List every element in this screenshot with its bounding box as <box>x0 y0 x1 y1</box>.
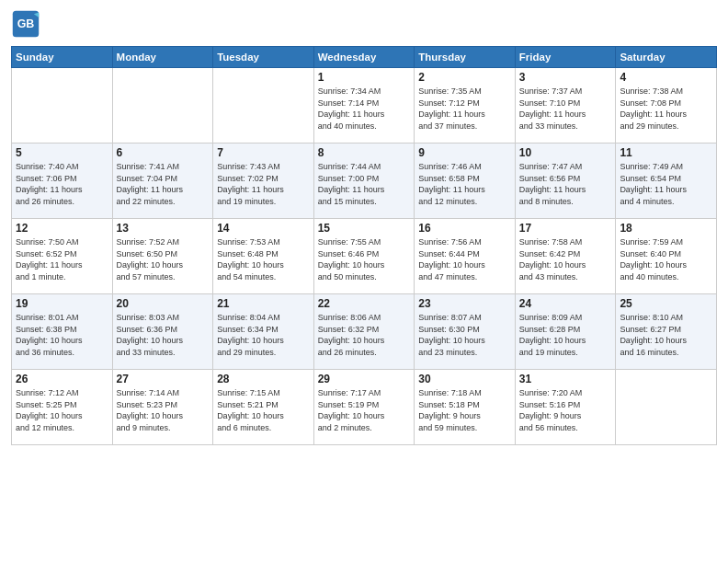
day-info: Sunrise: 7:47 AM Sunset: 6:56 PM Dayligh… <box>519 161 612 207</box>
day-number: 7 <box>217 146 310 159</box>
day-number: 14 <box>217 222 310 235</box>
day-number: 29 <box>318 373 411 385</box>
day-info: Sunrise: 8:03 AM Sunset: 6:36 PM Dayligh… <box>117 312 210 358</box>
calendar-cell: 15Sunrise: 7:55 AM Sunset: 6:46 PM Dayli… <box>313 219 415 294</box>
calendar-cell: 19Sunrise: 8:01 AM Sunset: 6:38 PM Dayli… <box>12 294 113 370</box>
day-number: 23 <box>418 297 511 310</box>
calendar-cell: 22Sunrise: 8:06 AM Sunset: 6:32 PM Dayli… <box>313 294 415 370</box>
day-number: 24 <box>519 297 612 310</box>
calendar-cell: 28Sunrise: 7:15 AM Sunset: 5:21 PM Dayli… <box>213 370 314 445</box>
calendar-cell: 17Sunrise: 7:58 AM Sunset: 6:42 PM Dayli… <box>515 219 616 294</box>
calendar-cell: 26Sunrise: 7:12 AM Sunset: 5:25 PM Dayli… <box>12 370 113 445</box>
day-number: 15 <box>318 222 411 235</box>
day-info: Sunrise: 8:04 AM Sunset: 6:34 PM Dayligh… <box>217 312 310 358</box>
svg-text:GB: GB <box>17 17 35 30</box>
day-info: Sunrise: 7:17 AM Sunset: 5:19 PM Dayligh… <box>318 387 411 433</box>
day-number: 10 <box>519 146 612 159</box>
day-info: Sunrise: 7:14 AM Sunset: 5:23 PM Dayligh… <box>117 387 210 433</box>
day-number: 17 <box>519 222 612 235</box>
calendar-cell: 5Sunrise: 7:40 AM Sunset: 7:06 PM Daylig… <box>12 144 113 219</box>
calendar-cell: 27Sunrise: 7:14 AM Sunset: 5:23 PM Dayli… <box>112 370 213 445</box>
day-number: 2 <box>418 71 511 84</box>
day-info: Sunrise: 7:12 AM Sunset: 5:25 PM Dayligh… <box>16 387 108 433</box>
calendar-cell <box>112 68 213 144</box>
calendar-cell: 25Sunrise: 8:10 AM Sunset: 6:27 PM Dayli… <box>616 294 717 370</box>
calendar-table: SundayMondayTuesdayWednesdayThursdayFrid… <box>11 46 717 445</box>
day-info: Sunrise: 7:49 AM Sunset: 6:54 PM Dayligh… <box>620 161 712 207</box>
calendar-cell: 30Sunrise: 7:18 AM Sunset: 5:18 PM Dayli… <box>415 370 516 445</box>
day-info: Sunrise: 7:38 AM Sunset: 7:08 PM Dayligh… <box>620 86 712 132</box>
header: GB <box>11 9 717 39</box>
logo: GB <box>11 9 44 39</box>
day-number: 4 <box>620 71 712 84</box>
day-number: 28 <box>217 373 310 385</box>
day-info: Sunrise: 7:40 AM Sunset: 7:06 PM Dayligh… <box>16 161 108 207</box>
day-info: Sunrise: 7:53 AM Sunset: 6:48 PM Dayligh… <box>217 236 310 282</box>
day-info: Sunrise: 7:18 AM Sunset: 5:18 PM Dayligh… <box>418 387 511 433</box>
calendar-cell: 12Sunrise: 7:50 AM Sunset: 6:52 PM Dayli… <box>12 219 113 294</box>
day-number: 30 <box>418 373 511 385</box>
day-info: Sunrise: 7:15 AM Sunset: 5:21 PM Dayligh… <box>217 387 310 433</box>
day-number: 8 <box>318 146 411 159</box>
day-info: Sunrise: 8:06 AM Sunset: 6:32 PM Dayligh… <box>318 312 411 358</box>
calendar-cell: 8Sunrise: 7:44 AM Sunset: 7:00 PM Daylig… <box>313 144 415 219</box>
calendar-week-row: 5Sunrise: 7:40 AM Sunset: 7:06 PM Daylig… <box>12 144 717 219</box>
day-number: 16 <box>418 222 511 235</box>
day-info: Sunrise: 7:58 AM Sunset: 6:42 PM Dayligh… <box>519 236 612 282</box>
logo-icon: GB <box>11 9 40 39</box>
day-number: 1 <box>318 71 411 84</box>
calendar-cell: 23Sunrise: 8:07 AM Sunset: 6:30 PM Dayli… <box>415 294 516 370</box>
day-number: 18 <box>620 222 712 235</box>
calendar-cell: 13Sunrise: 7:52 AM Sunset: 6:50 PM Dayli… <box>112 219 213 294</box>
calendar-week-row: 26Sunrise: 7:12 AM Sunset: 5:25 PM Dayli… <box>12 370 717 445</box>
day-number: 22 <box>318 297 411 310</box>
day-info: Sunrise: 7:50 AM Sunset: 6:52 PM Dayligh… <box>16 236 108 282</box>
calendar-cell: 9Sunrise: 7:46 AM Sunset: 6:58 PM Daylig… <box>415 144 516 219</box>
day-info: Sunrise: 7:59 AM Sunset: 6:40 PM Dayligh… <box>620 236 712 282</box>
calendar-cell: 4Sunrise: 7:38 AM Sunset: 7:08 PM Daylig… <box>616 68 717 144</box>
day-info: Sunrise: 7:52 AM Sunset: 6:50 PM Dayligh… <box>117 236 210 282</box>
day-number: 11 <box>620 146 712 159</box>
day-number: 6 <box>117 146 210 159</box>
day-number: 25 <box>620 297 712 310</box>
day-info: Sunrise: 8:10 AM Sunset: 6:27 PM Dayligh… <box>620 312 712 358</box>
calendar-cell: 2Sunrise: 7:35 AM Sunset: 7:12 PM Daylig… <box>415 68 516 144</box>
calendar-cell: 16Sunrise: 7:56 AM Sunset: 6:44 PM Dayli… <box>415 219 516 294</box>
weekday-header-thursday: Thursday <box>415 47 516 68</box>
calendar-week-row: 1Sunrise: 7:34 AM Sunset: 7:14 PM Daylig… <box>12 68 717 144</box>
calendar-cell <box>616 370 717 445</box>
day-number: 3 <box>519 71 612 84</box>
day-info: Sunrise: 7:35 AM Sunset: 7:12 PM Dayligh… <box>418 86 511 132</box>
day-info: Sunrise: 7:44 AM Sunset: 7:00 PM Dayligh… <box>318 161 411 207</box>
day-info: Sunrise: 7:41 AM Sunset: 7:04 PM Dayligh… <box>117 161 210 207</box>
day-info: Sunrise: 7:43 AM Sunset: 7:02 PM Dayligh… <box>217 161 310 207</box>
calendar-cell: 21Sunrise: 8:04 AM Sunset: 6:34 PM Dayli… <box>213 294 314 370</box>
day-number: 31 <box>519 373 612 385</box>
day-number: 20 <box>117 297 210 310</box>
calendar-cell: 7Sunrise: 7:43 AM Sunset: 7:02 PM Daylig… <box>213 144 314 219</box>
calendar-cell: 29Sunrise: 7:17 AM Sunset: 5:19 PM Dayli… <box>313 370 415 445</box>
day-number: 27 <box>117 373 210 385</box>
weekday-header-saturday: Saturday <box>616 47 717 68</box>
weekday-header-sunday: Sunday <box>12 47 113 68</box>
day-info: Sunrise: 7:37 AM Sunset: 7:10 PM Dayligh… <box>519 86 612 132</box>
calendar-week-row: 19Sunrise: 8:01 AM Sunset: 6:38 PM Dayli… <box>12 294 717 370</box>
day-info: Sunrise: 7:56 AM Sunset: 6:44 PM Dayligh… <box>418 236 511 282</box>
calendar-cell: 11Sunrise: 7:49 AM Sunset: 6:54 PM Dayli… <box>616 144 717 219</box>
day-number: 5 <box>16 146 108 159</box>
calendar-cell <box>12 68 113 144</box>
day-number: 9 <box>418 146 511 159</box>
page-container: GB SundayMondayTuesdayWednesdayThursdayF… <box>0 0 728 453</box>
day-number: 19 <box>16 297 108 310</box>
weekday-header-monday: Monday <box>112 47 213 68</box>
calendar-week-row: 12Sunrise: 7:50 AM Sunset: 6:52 PM Dayli… <box>12 219 717 294</box>
weekday-header-tuesday: Tuesday <box>213 47 314 68</box>
day-info: Sunrise: 7:55 AM Sunset: 6:46 PM Dayligh… <box>318 236 411 282</box>
day-info: Sunrise: 7:46 AM Sunset: 6:58 PM Dayligh… <box>418 161 511 207</box>
calendar-cell: 20Sunrise: 8:03 AM Sunset: 6:36 PM Dayli… <box>112 294 213 370</box>
calendar-cell: 31Sunrise: 7:20 AM Sunset: 5:16 PM Dayli… <box>515 370 616 445</box>
calendar-cell: 10Sunrise: 7:47 AM Sunset: 6:56 PM Dayli… <box>515 144 616 219</box>
calendar-cell <box>213 68 314 144</box>
day-number: 13 <box>117 222 210 235</box>
weekday-header-wednesday: Wednesday <box>313 47 415 68</box>
